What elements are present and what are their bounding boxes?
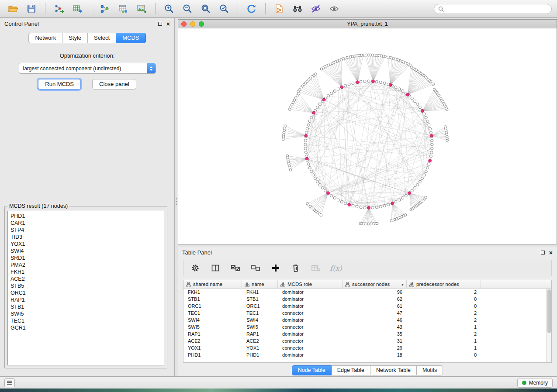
dominator-node[interactable] (367, 206, 370, 210)
table-cell[interactable]: SWI4 (242, 317, 278, 323)
table-cell[interactable]: dominator (278, 303, 343, 309)
table-cell[interactable]: YOX1 (183, 345, 242, 351)
dominator-node[interactable] (430, 134, 433, 137)
delete-column-button[interactable] (290, 262, 301, 274)
mcds-result-item[interactable]: STB1 (10, 303, 161, 310)
graph-node[interactable] (367, 80, 370, 83)
graph-node[interactable] (305, 131, 308, 134)
graph-node[interactable] (307, 124, 310, 126)
graph-node[interactable] (387, 56, 389, 58)
graph-node[interactable] (312, 174, 315, 176)
graph-node[interactable] (306, 127, 308, 130)
table-cell[interactable]: 29 (343, 345, 407, 351)
table-cell[interactable]: PHD1 (183, 352, 242, 358)
table-cell[interactable]: ACE2 (183, 338, 242, 344)
export-network-button[interactable] (97, 2, 113, 16)
graph-node[interactable] (431, 139, 433, 142)
table-cell[interactable]: connector (278, 345, 343, 351)
graph-node[interactable] (375, 206, 378, 209)
mcds-result-item[interactable]: CAR1 (10, 220, 161, 227)
table-cell[interactable]: 96 (343, 289, 407, 295)
graph-node[interactable] (352, 82, 354, 84)
table-row[interactable]: ACE2ACE2connector311 (183, 337, 546, 344)
graph-node[interactable] (416, 103, 419, 105)
mcds-result-item[interactable]: GCR1 (10, 324, 161, 331)
graph-node[interactable] (419, 106, 421, 109)
mcds-result-item[interactable]: STB5 (10, 282, 161, 289)
mcds-result-item[interactable]: TID3 (10, 234, 161, 241)
graph-node[interactable] (318, 103, 321, 105)
table-cell[interactable]: 1 (407, 338, 481, 344)
graph-node[interactable] (344, 84, 347, 87)
table-row[interactable]: SWI5SWI5connector431 (183, 323, 546, 330)
panel-splitter[interactable] (175, 196, 178, 207)
graph-node[interactable] (414, 100, 416, 103)
table-cell[interactable]: dominator (278, 296, 343, 302)
tab-select[interactable]: Select (88, 33, 116, 43)
tab-motifs[interactable]: Motifs (417, 365, 443, 375)
graph-node[interactable] (424, 196, 427, 199)
graph-node[interactable] (421, 177, 423, 180)
graph-node[interactable] (320, 214, 322, 217)
graph-node[interactable] (327, 94, 329, 97)
graph-node[interactable] (363, 80, 366, 83)
mcds-result-item[interactable]: ACE2 (10, 275, 161, 282)
hide-selected-button[interactable] (308, 2, 324, 16)
graph-node[interactable] (398, 199, 401, 201)
zoom-out-button[interactable] (180, 2, 195, 16)
graph-node[interactable] (401, 196, 404, 199)
graph-node[interactable] (310, 170, 313, 173)
graph-node[interactable] (444, 126, 446, 128)
open-button[interactable] (5, 2, 21, 16)
table-cell[interactable]: ORC1 (242, 303, 278, 309)
table-row[interactable]: STB1STB1dominator620 (183, 296, 546, 303)
table-row[interactable]: YOX1YOX1connector291 (183, 344, 546, 351)
graph-node[interactable] (321, 186, 324, 189)
table-row[interactable]: RAP1RAP1dominator352 (183, 330, 546, 337)
graph-node[interactable] (320, 68, 323, 70)
table-cell[interactable]: 0 (407, 303, 481, 309)
mcds-result-item[interactable]: RAP1 (10, 296, 161, 303)
mcds-result-item[interactable]: ORC1 (10, 289, 161, 296)
table-row[interactable]: ORC1ORC1dominator610 (183, 303, 546, 309)
dominator-node[interactable] (372, 80, 375, 83)
graph-node[interactable] (394, 86, 397, 89)
graph-node[interactable] (304, 147, 307, 150)
graph-node[interactable] (282, 138, 284, 141)
table-scrollbar-thumb[interactable] (547, 289, 551, 333)
table-cell[interactable]: 35 (343, 331, 407, 337)
graph-node[interactable] (429, 131, 432, 134)
table-cell[interactable]: 61 (343, 303, 407, 309)
graph-node[interactable] (337, 199, 339, 201)
graph-node[interactable] (398, 88, 401, 90)
graph-node[interactable] (330, 194, 333, 197)
table-cell[interactable]: 2 (407, 331, 481, 337)
graph-node[interactable] (426, 166, 429, 169)
graph-node[interactable] (376, 222, 378, 225)
graph-node[interactable] (333, 89, 336, 92)
graph-node[interactable] (337, 88, 339, 90)
graph-node[interactable] (410, 66, 413, 69)
minimize-traffic-light-icon[interactable] (190, 21, 195, 27)
table-cell[interactable]: dominator (278, 331, 343, 337)
add-column-button[interactable] (270, 262, 281, 274)
graph-node[interactable] (375, 80, 378, 83)
mcds-result-item[interactable]: PHD1 (10, 213, 161, 220)
dominator-node[interactable] (312, 111, 315, 114)
table-cell[interactable]: 2 (407, 317, 481, 323)
table-cell[interactable]: connector (278, 338, 343, 344)
find-button[interactable] (290, 2, 305, 16)
graph-node[interactable] (318, 183, 321, 186)
mcds-result-item[interactable]: YOX1 (10, 241, 161, 248)
tab-node-table[interactable]: Node Table (292, 365, 332, 375)
graph-node[interactable] (363, 206, 366, 209)
tab-network[interactable]: Network (28, 33, 62, 43)
close-panel-icon[interactable]: × (166, 21, 170, 27)
table-settings-button[interactable] (190, 262, 201, 274)
graph-node[interactable] (352, 204, 354, 207)
graph-node[interactable] (383, 82, 386, 84)
table-cell[interactable]: 2 (407, 289, 481, 295)
graph-node[interactable] (414, 186, 416, 189)
table-cell[interactable]: 1 (407, 345, 481, 351)
network-window-titlebar[interactable]: YPA_prune.txt_1 (178, 20, 557, 28)
